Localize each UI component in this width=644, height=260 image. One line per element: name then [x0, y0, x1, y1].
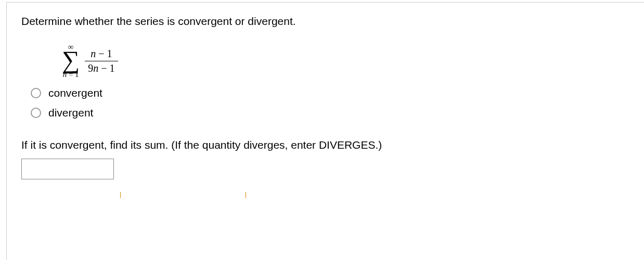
numer-var: n	[91, 48, 96, 59]
option-divergent-label: divergent	[48, 107, 93, 119]
part2-prompt: If it is convergent, find its sum. (If t…	[21, 139, 629, 151]
sum-answer-input[interactable]	[21, 159, 114, 179]
option-convergent-label: convergent	[48, 87, 102, 99]
denom-const: 1	[110, 62, 115, 74]
denom-var: n	[93, 62, 98, 74]
option-convergent[interactable]: convergent	[31, 87, 629, 99]
bottom-toolbar	[21, 192, 629, 198]
denom-coef: 9	[88, 62, 93, 74]
hint-button[interactable]	[120, 192, 246, 198]
lower-eq: =	[67, 70, 75, 79]
radio-icon[interactable]	[31, 88, 41, 98]
lower-var: n	[63, 70, 67, 79]
sum-lower-limit: n = 1	[63, 71, 79, 79]
numer-const: 1	[107, 48, 112, 59]
radio-icon[interactable]	[31, 108, 41, 118]
denom-op: −	[98, 62, 109, 74]
series-term-fraction: n − 1 9n − 1	[85, 48, 118, 74]
help-link-area[interactable]	[21, 192, 110, 198]
option-divergent[interactable]: divergent	[31, 107, 629, 119]
numer-op: −	[96, 48, 107, 59]
options-group: convergent divergent	[31, 87, 629, 119]
sigma-icon: ∑	[62, 50, 80, 70]
lower-val: 1	[75, 70, 79, 79]
fraction-denominator: 9n − 1	[85, 61, 118, 74]
question-panel: Determine whether the series is converge…	[6, 2, 644, 260]
fraction-numerator: n − 1	[87, 48, 115, 61]
question-prompt: Determine whether the series is converge…	[21, 15, 629, 28]
summation-symbol: ∞ ∑ n = 1	[62, 43, 80, 79]
series-expression: ∞ ∑ n = 1 n − 1 9n − 1	[62, 42, 629, 79]
